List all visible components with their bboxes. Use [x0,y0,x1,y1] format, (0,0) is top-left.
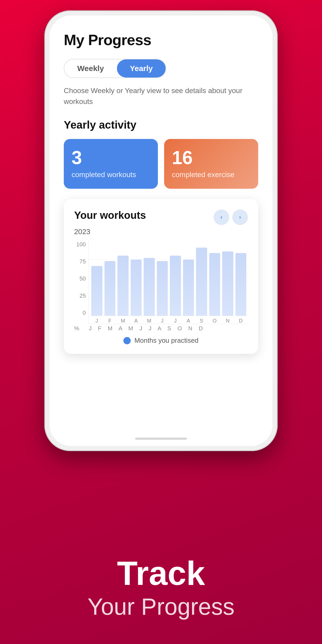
bar [104,261,116,316]
chart-year: 2023 [74,228,248,236]
bar-month-label: A [134,318,138,324]
y-label-25: 25 [74,292,86,299]
bar-month-label: F [108,318,111,324]
bar [209,253,220,316]
pct-label: % J F M A M J J A S O N D [74,325,248,332]
phone-wrapper: My Progress Weekly Yearly Choose Weekly … [44,10,278,451]
bar-item: M [117,244,129,324]
chevron-right-icon: › [239,214,241,221]
bar-month-label: S [200,318,203,324]
screen-content: My Progress Weekly Yearly Choose Weekly … [50,16,272,446]
bar-month-label: J [161,318,164,324]
stat-number-workouts: 3 [72,148,150,167]
legend-dot [123,337,131,344]
page-title: My Progress [64,31,258,48]
bar-item: A [131,244,142,324]
bar [170,256,181,316]
section-title: Yearly activity [64,119,258,131]
y-label-75: 75 [74,258,86,265]
track-title: Track [0,556,322,590]
phone-screen: My Progress Weekly Yearly Choose Weekly … [50,16,272,446]
stats-row: 3 completed workouts 16 completed exerci… [64,139,258,189]
chart-next-button[interactable]: › [232,209,248,225]
bar-item: J [170,244,181,324]
bar [183,260,194,316]
weekly-toggle[interactable]: Weekly [64,59,117,78]
bar [157,261,168,316]
bar-month-label: N [226,318,229,324]
y-label-100: 100 [74,241,86,248]
bar-month-label: D [239,318,243,324]
chart-header: Your workouts ‹ › [74,209,248,225]
chart-card: Your workouts ‹ › 2023 [64,199,258,354]
bar-month-label: M [147,318,151,324]
bar-month-label: O [213,318,217,324]
bar-month-label: M [121,318,125,324]
bar-item: N [222,244,233,324]
stat-number-exercises: 16 [172,148,250,167]
stat-label-workouts: completed workouts [72,170,150,179]
bar [91,266,102,316]
stat-label-exercises: completed exercise [172,170,250,179]
y-axis: 100 75 50 25 0 [74,241,88,324]
bottom-section: Track Your Progress [0,556,322,621]
track-subtitle: Your Progress [0,593,322,621]
chart-legend: Months you practised [74,337,248,345]
home-indicator [135,438,187,440]
bar-month-label: A [187,318,190,324]
bar-item: M [144,244,155,324]
chevron-left-icon: ‹ [220,214,222,221]
view-description: Choose Weekly or Yearly view to see deta… [64,85,258,107]
chart-area: 100 75 50 25 0 JFMAMJJASOND [74,241,248,324]
bar [131,260,142,316]
bar [235,253,247,316]
y-label-50: 50 [74,275,86,282]
bar-item: A [183,244,194,324]
stat-card-exercises: 16 completed exercise [164,139,258,189]
chart-nav: ‹ › [214,209,248,225]
y-label-0: 0 [74,310,86,316]
bar-item: J [157,244,168,324]
bars-container: JFMAMJJASOND [88,241,248,324]
bar-month-label: J [95,318,98,324]
bar [144,258,155,316]
chart-prev-button[interactable]: ‹ [214,209,229,225]
bar-item: J [91,244,102,324]
bar-item: F [104,244,116,324]
legend-text: Months you practised [134,337,198,345]
yearly-toggle[interactable]: Yearly [117,59,166,78]
toggle-container: Weekly Yearly [64,59,166,78]
phone-frame: My Progress Weekly Yearly Choose Weekly … [44,10,278,451]
bar-month-label: J [174,318,177,324]
bar [222,251,233,316]
bar-item: O [209,244,220,324]
chart-title: Your workouts [74,209,146,221]
bar-item: D [235,244,247,324]
bar [196,248,207,316]
bar [117,256,129,316]
bar-item: S [196,244,207,324]
stat-card-workouts: 3 completed workouts [64,139,158,189]
